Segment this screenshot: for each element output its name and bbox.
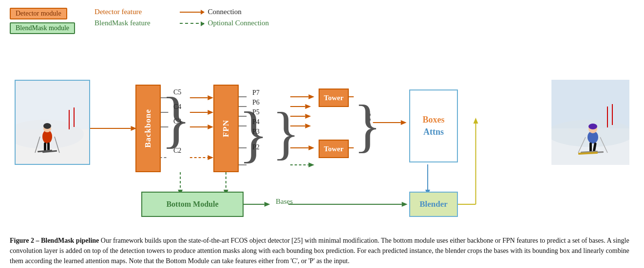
svg-marker-52 [402, 202, 408, 207]
c4-label: C4 [173, 103, 181, 111]
input-image [15, 80, 90, 165]
caption-text: Our framework builds upon the state-of-t… [10, 237, 629, 265]
optional-connection-label: Optional Connection [208, 19, 269, 27]
svg-marker-8 [208, 95, 213, 100]
svg-point-74 [588, 124, 597, 129]
detector-module-box: Detector module [10, 8, 67, 19]
svg-text:}: } [272, 101, 300, 165]
dashed-arrow-icon [180, 23, 204, 24]
boxes-label: Boxes [423, 115, 445, 125]
svg-marker-24 [308, 94, 314, 99]
attns-label: Attns [423, 127, 444, 137]
tower-top-label: Tower [324, 94, 343, 102]
svg-marker-14 [208, 155, 213, 160]
fpn-label: FPN [221, 120, 231, 137]
svg-marker-44 [474, 118, 478, 124]
svg-rect-75 [589, 143, 592, 152]
svg-marker-10 [208, 110, 213, 115]
ski-image-left [16, 81, 89, 164]
ski-image-right [551, 80, 629, 165]
svg-marker-35 [308, 162, 314, 167]
caption-bold: Figure 2 – BlendMask pipeline [10, 237, 99, 244]
p4-label: P4 [252, 118, 260, 126]
legend-connection: Connection [180, 8, 269, 16]
detector-feature-label: Detector feature [95, 8, 142, 16]
dots-label: ⋮ [362, 111, 376, 127]
legend-blendmask-feature: BlendMask feature [95, 19, 151, 27]
svg-marker-29 [305, 114, 311, 119]
backbone-box: Backbone [135, 85, 161, 172]
legend-detector-module: Detector module [10, 8, 75, 19]
legend: Detector module BlendMask module Detecto… [10, 8, 634, 34]
tower-top-box: Tower [319, 89, 349, 107]
blendmask-feature-label: BlendMask feature [95, 19, 151, 27]
tower-bottom-box: Tower [319, 140, 349, 158]
p3-label: P3 [252, 128, 260, 136]
svg-marker-27 [305, 104, 311, 109]
diagram-svg: } } } [10, 41, 634, 231]
p6-label: P6 [252, 99, 260, 107]
connection-label: Connection [208, 8, 242, 16]
legend-detector-feature: Detector feature [95, 8, 151, 16]
c3-label: C3 [173, 118, 181, 125]
boxes-attns-box: Boxes Attns [409, 89, 458, 162]
legend-optional-connection: Optional Connection [180, 19, 269, 27]
blender-label: Blender [419, 199, 448, 209]
bottom-module-label: Bottom Module [166, 200, 218, 209]
svg-marker-31 [305, 124, 311, 128]
legend-col-connections: Connection Optional Connection [180, 8, 269, 27]
legend-blendmask-module: BlendMask module [10, 22, 75, 34]
diagram: } } } [10, 41, 634, 231]
blendmask-module-box: BlendMask module [10, 22, 75, 34]
c5-label: C5 [173, 89, 181, 96]
p7-label: P7 [252, 89, 260, 97]
c2-label: C2 [173, 147, 181, 155]
backbone-label: Backbone [143, 109, 153, 148]
p5-label: P5 [252, 108, 260, 116]
fpn-box: FPN [213, 85, 239, 172]
bottom-module-box: Bottom Module [141, 192, 244, 217]
legend-col-features: Detector feature BlendMask feature [95, 8, 151, 27]
p-labels: P7 P6 P5 P4 P3 P2 [252, 89, 260, 151]
bases-label: Bases [276, 197, 293, 206]
solid-arrow-icon [180, 12, 204, 13]
svg-marker-50 [265, 202, 270, 207]
svg-marker-39 [401, 120, 407, 125]
blender-box: Blender [409, 192, 458, 217]
legend-col-modules: Detector module BlendMask module [10, 8, 75, 34]
svg-marker-12 [208, 125, 213, 129]
p2-label: P2 [252, 143, 260, 151]
output-image [551, 80, 629, 165]
caption: Figure 2 – BlendMask pipeline Our framew… [10, 235, 634, 266]
svg-point-60 [43, 123, 51, 129]
svg-marker-33 [308, 145, 314, 150]
tower-bottom-label: Tower [324, 145, 343, 153]
svg-rect-61 [44, 143, 46, 151]
